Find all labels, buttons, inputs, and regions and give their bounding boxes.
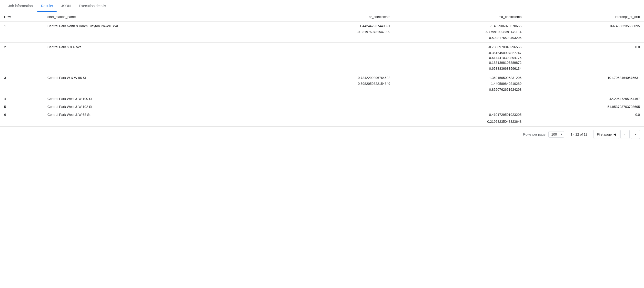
- table-cell-ma: -0.3616450907827747: [394, 50, 526, 55]
- table-cell-intercept: 101.79634640575631: [526, 73, 644, 81]
- table-cell-station: Central Park West & W 100 St: [43, 94, 273, 102]
- col-header-ma: ma_coefficients: [394, 12, 526, 22]
- table-cell-ar: [273, 50, 394, 55]
- table-cell-station: [43, 60, 273, 65]
- table-cell-ar: [273, 43, 394, 51]
- table-cell-intercept: [526, 55, 644, 60]
- table-cell-station: [43, 29, 273, 34]
- table-cell-ar: [273, 118, 394, 126]
- table-cell-ma: 1.3691565096831206: [394, 73, 526, 81]
- table-cell-station: [43, 34, 273, 43]
- table-cell-ma: 0.8520762651624298: [394, 86, 526, 94]
- table-cell-row-num: [0, 81, 43, 86]
- tabs-bar: Job information Results JSON Execution d…: [0, 0, 644, 12]
- table-cell-ma: -0.7303970043296556: [394, 43, 526, 51]
- rows-per-page-select[interactable]: 100 10 25 50: [548, 131, 564, 138]
- results-table: Row start_station_name ar_coefficients m…: [0, 12, 644, 126]
- table-cell-station: Central Park West & W 68 St: [43, 110, 273, 118]
- table-cell-intercept: 0.0: [526, 43, 644, 51]
- table-cell-ma: 0.21963235043323648: [394, 118, 526, 126]
- table-cell-station: Central Park West & W 102 St: [43, 102, 273, 110]
- col-header-station: start_station_name: [43, 12, 273, 22]
- table-cell-row-num: [0, 65, 43, 73]
- table-cell-station: Central Park S & 6 Ave: [43, 43, 273, 51]
- table-cell-intercept: 51.953703703703695: [526, 102, 644, 110]
- table-cell-ma: -6.779919928391479E-4: [394, 29, 526, 34]
- table-cell-ar: [273, 102, 394, 110]
- table-cell-row-num: [0, 118, 43, 126]
- table-cell-ar: [273, 55, 394, 60]
- table-cell-intercept: [526, 29, 644, 34]
- table-cell-ma: 0.5028176598493206: [394, 34, 526, 43]
- table-cell-intercept: 166.4553235655095: [526, 22, 644, 30]
- table-cell-ma: 0.1881398105889872: [394, 60, 526, 65]
- table-footer: Rows per page: 100 10 25 50 1 - 12 of 12…: [0, 126, 644, 142]
- table-cell-intercept: [526, 60, 644, 65]
- table-cell-row-num: 3: [0, 73, 43, 81]
- table-cell-intercept: [526, 50, 644, 55]
- table-cell-row-num: 5: [0, 102, 43, 110]
- table-cell-ar: -0.8319760731547999: [273, 29, 394, 34]
- table-cell-row-num: 2: [0, 43, 43, 51]
- table-cell-ar: [273, 34, 394, 43]
- table-cell-row-num: 6: [0, 110, 43, 118]
- table-cell-ma: -0.4101729501923205: [394, 110, 526, 118]
- table-cell-ma: -1.482906070570655: [394, 22, 526, 30]
- table-cell-intercept: 42.29647295364467: [526, 94, 644, 102]
- table-cell-ar: -0.5982059822154849: [273, 81, 394, 86]
- table-cell-row-num: 1: [0, 22, 43, 30]
- table-cell-row-num: [0, 55, 43, 60]
- table-cell-station: [43, 50, 273, 55]
- prev-page-button[interactable]: ‹: [620, 130, 630, 139]
- rows-per-page-wrapper: 100 10 25 50: [548, 131, 564, 138]
- pagination-controls: First page |◀ ‹ ›: [593, 130, 640, 139]
- table-cell-ar: [273, 94, 394, 102]
- tab-execution-details[interactable]: Execution details: [75, 0, 110, 12]
- table-cell-ma: [394, 94, 526, 102]
- col-header-row: Row: [0, 12, 43, 22]
- table-cell-ma: 0.6144410300894776: [394, 55, 526, 60]
- first-page-button[interactable]: First page |◀: [593, 130, 619, 139]
- tab-job-information[interactable]: Job information: [4, 0, 37, 12]
- next-page-button[interactable]: ›: [631, 130, 640, 139]
- tab-results[interactable]: Results: [37, 0, 57, 12]
- table-cell-ar: [273, 110, 394, 118]
- table-cell-intercept: [526, 81, 644, 86]
- table-cell-row-num: [0, 86, 43, 94]
- table-cell-row-num: [0, 34, 43, 43]
- table-cell-intercept: 0.0: [526, 110, 644, 118]
- table-cell-intercept: [526, 86, 644, 94]
- table-cell-ar: [273, 86, 394, 94]
- table-cell-ar: [273, 65, 394, 73]
- table-cell-intercept: [526, 118, 644, 126]
- table-cell-station: [43, 86, 273, 94]
- table-cell-ma: 1.440589840210289: [394, 81, 526, 86]
- table-cell-row-num: [0, 29, 43, 34]
- table-cell-row-num: 4: [0, 94, 43, 102]
- table-cell-station: Central Park W & W 96 St: [43, 73, 273, 81]
- rows-per-page-label: Rows per page:: [523, 132, 546, 136]
- col-header-ar: ar_coefficients: [273, 12, 394, 22]
- table-cell-ma: -0.6588836683596134: [394, 65, 526, 73]
- table-cell-station: [43, 65, 273, 73]
- pagination-info: 1 - 12 of 12: [570, 132, 587, 136]
- table-cell-ma: [394, 102, 526, 110]
- table-cell-row-num: [0, 50, 43, 55]
- table-cell-station: [43, 55, 273, 60]
- table-cell-row-num: [0, 60, 43, 65]
- results-table-container: Row start_station_name ar_coefficients m…: [0, 12, 644, 126]
- table-cell-station: [43, 81, 273, 86]
- table-cell-station: [43, 118, 273, 126]
- table-cell-intercept: [526, 65, 644, 73]
- table-cell-ar: [273, 60, 394, 65]
- col-header-intercept: intercept_or_drift: [526, 12, 644, 22]
- table-cell-station: Central Park North & Adam Clayton Powell…: [43, 22, 273, 30]
- table-cell-intercept: [526, 34, 644, 43]
- table-cell-ar: -0.7342299296764622: [273, 73, 394, 81]
- table-cell-ar: 1.442447937449891: [273, 22, 394, 30]
- tab-json[interactable]: JSON: [57, 0, 75, 12]
- rows-per-page-control: Rows per page: 100 10 25 50: [523, 131, 564, 138]
